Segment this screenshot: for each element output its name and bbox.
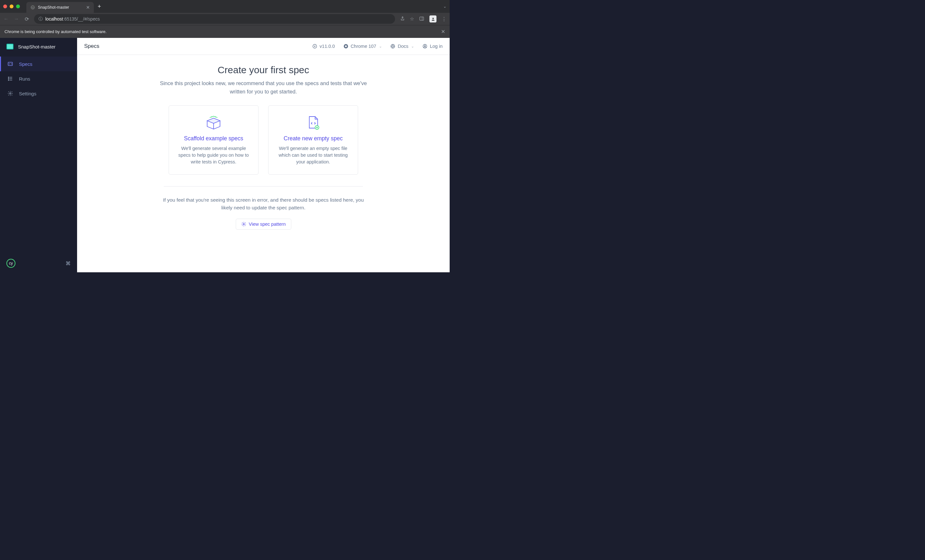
url-path: /__/#/specs bbox=[77, 17, 100, 21]
svg-point-10 bbox=[8, 80, 9, 80]
window-minimize-button[interactable] bbox=[10, 5, 14, 8]
toolbar-right: ☆ ⋮ bbox=[399, 15, 446, 23]
menu-icon[interactable]: ⋮ bbox=[441, 16, 446, 22]
sidebar-footer: cy ⌘ bbox=[0, 254, 77, 272]
automation-banner-text: Chrome is being controlled by automated … bbox=[5, 29, 107, 34]
tab-favicon-icon: cy bbox=[30, 5, 35, 10]
create-empty-spec-card[interactable]: Create new empty spec We'll generate an … bbox=[268, 105, 358, 175]
sidebar-item-settings[interactable]: Settings bbox=[0, 86, 77, 101]
svg-point-17 bbox=[392, 45, 394, 47]
main-heading: Create your first spec bbox=[157, 65, 369, 75]
version-text: v11.0.0 bbox=[319, 44, 335, 49]
back-button[interactable]: ← bbox=[3, 16, 9, 22]
chevron-down-icon: ⌄ bbox=[411, 44, 414, 48]
docs-text: Docs bbox=[398, 44, 408, 49]
project-icon bbox=[6, 44, 14, 50]
nav-bar: ← → ⟳ ⓘ localhost:65135/__/#/specs ☆ ⋮ bbox=[0, 13, 450, 25]
keyboard-shortcut-icon[interactable]: ⌘ bbox=[66, 260, 71, 266]
page-header: Specs v11.0.0 Chrome 107 ⌄ Docs ⌄ bbox=[77, 38, 450, 55]
svg-point-8 bbox=[8, 78, 9, 79]
login-button[interactable]: Log in bbox=[422, 44, 443, 49]
card-title: Create new empty spec bbox=[276, 135, 351, 142]
share-icon[interactable] bbox=[399, 16, 405, 22]
window-maximize-button[interactable] bbox=[16, 5, 20, 8]
browser-chrome: cy SnapShot-master ✕ + ⌄ ← → ⟳ ⓘ localho… bbox=[0, 0, 450, 38]
settings-icon bbox=[8, 90, 13, 96]
svg-point-23 bbox=[424, 45, 426, 47]
app-shell: SnapShot-master Specs Runs Settings bbox=[0, 38, 450, 272]
automation-banner-close-button[interactable]: ✕ bbox=[441, 29, 445, 35]
file-icon bbox=[276, 114, 351, 131]
tab-close-button[interactable]: ✕ bbox=[86, 5, 90, 10]
url-host: localhost bbox=[45, 17, 63, 21]
svg-point-29 bbox=[243, 223, 244, 225]
box-icon bbox=[176, 114, 251, 131]
lifering-icon bbox=[390, 44, 395, 49]
forward-button[interactable]: → bbox=[14, 16, 19, 22]
card-desc: We'll generate an empty spec file which … bbox=[276, 145, 351, 166]
sidebar-item-runs[interactable]: Runs bbox=[0, 71, 77, 86]
svg-point-25 bbox=[215, 117, 216, 117]
login-text: Log in bbox=[430, 44, 443, 49]
svg-point-12 bbox=[10, 93, 11, 95]
reload-button[interactable]: ⟳ bbox=[24, 16, 30, 22]
bookmark-icon[interactable]: ☆ bbox=[410, 16, 414, 22]
automation-banner: Chrome is being controlled by automated … bbox=[0, 25, 450, 38]
specs-icon bbox=[8, 61, 13, 67]
sidebar: SnapShot-master Specs Runs Settings bbox=[0, 38, 77, 272]
sidebar-item-label: Specs bbox=[19, 61, 32, 67]
tab-title: SnapShot-master bbox=[38, 5, 83, 10]
sidebar-item-label: Runs bbox=[19, 76, 30, 81]
divider bbox=[164, 186, 363, 187]
view-spec-pattern-button[interactable]: View spec pattern bbox=[236, 219, 291, 230]
svg-point-24 bbox=[211, 117, 212, 117]
url-text: localhost:65135/__/#/specs bbox=[45, 17, 100, 21]
main: Specs v11.0.0 Chrome 107 ⌄ Docs ⌄ bbox=[77, 38, 450, 272]
runs-icon bbox=[8, 76, 13, 81]
cypress-logo-icon[interactable]: cy bbox=[6, 259, 15, 268]
browser-tab[interactable]: cy SnapShot-master ✕ bbox=[26, 2, 94, 13]
window-close-button[interactable] bbox=[3, 5, 7, 8]
cypress-badge-icon bbox=[312, 44, 317, 49]
profile-icon[interactable] bbox=[429, 15, 437, 23]
sidebar-item-specs[interactable]: Specs bbox=[0, 57, 77, 71]
sidebar-nav: Specs Runs Settings bbox=[0, 57, 77, 101]
view-spec-pattern-label: View spec pattern bbox=[249, 221, 286, 227]
docs-link[interactable]: Docs ⌄ bbox=[390, 44, 414, 49]
gear-icon bbox=[241, 221, 246, 227]
error-note: If you feel that you're seeing this scre… bbox=[157, 196, 369, 212]
main-subheading: Since this project looks new, we recomme… bbox=[157, 79, 369, 96]
chrome-icon bbox=[343, 44, 348, 49]
user-icon bbox=[422, 44, 428, 49]
sidebar-item-label: Settings bbox=[19, 91, 36, 96]
panel-icon[interactable] bbox=[419, 16, 424, 22]
project-name: SnapShot-master bbox=[18, 44, 56, 50]
scaffold-example-card[interactable]: Scaffold example specs We'll generate se… bbox=[169, 105, 259, 175]
card-desc: We'll generate several example specs to … bbox=[176, 145, 251, 166]
url-port: :65135 bbox=[63, 17, 77, 21]
content-inner: Create your first spec Since this projec… bbox=[157, 65, 369, 230]
svg-point-6 bbox=[8, 77, 9, 77]
tab-bar: cy SnapShot-master ✕ + ⌄ bbox=[0, 0, 450, 13]
svg-point-13 bbox=[313, 44, 317, 48]
spec-cards: Scaffold example specs We'll generate se… bbox=[157, 105, 369, 175]
header-right: v11.0.0 Chrome 107 ⌄ Docs ⌄ Log in bbox=[312, 44, 443, 49]
tabs-overflow-button[interactable]: ⌄ bbox=[443, 4, 446, 9]
chevron-down-icon: ⌄ bbox=[379, 44, 382, 48]
browser-selector[interactable]: Chrome 107 ⌄ bbox=[343, 44, 382, 49]
svg-text:cy: cy bbox=[32, 6, 34, 8]
page-title: Specs bbox=[84, 43, 99, 50]
content: Create your first spec Since this projec… bbox=[77, 55, 450, 272]
card-title: Scaffold example specs bbox=[176, 135, 251, 142]
address-bar[interactable]: ⓘ localhost:65135/__/#/specs bbox=[34, 14, 395, 24]
svg-point-15 bbox=[345, 45, 346, 47]
version-indicator[interactable]: v11.0.0 bbox=[312, 44, 335, 49]
browser-text: Chrome 107 bbox=[351, 44, 377, 49]
window-controls bbox=[3, 5, 20, 8]
svg-point-4 bbox=[432, 18, 434, 19]
project-header[interactable]: SnapShot-master bbox=[0, 38, 77, 55]
new-tab-button[interactable]: + bbox=[98, 3, 101, 10]
site-info-icon[interactable]: ⓘ bbox=[39, 16, 43, 22]
svg-rect-2 bbox=[420, 17, 423, 20]
